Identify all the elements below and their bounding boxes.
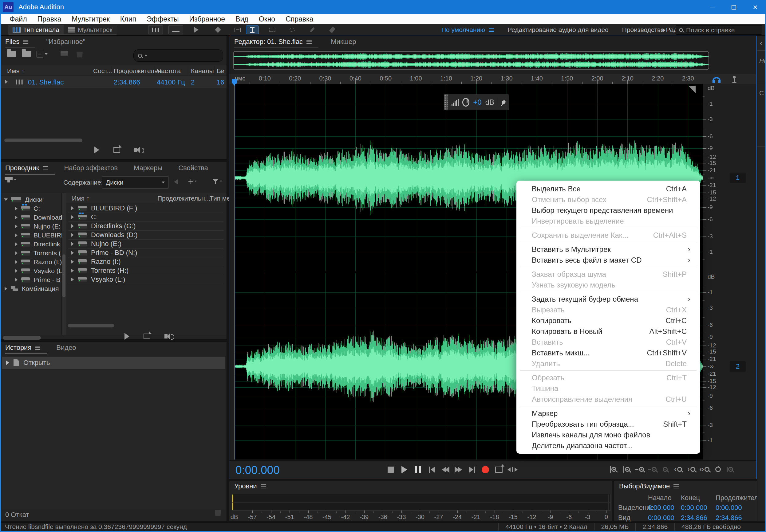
selection-value[interactable]: 2:34.866 <box>681 514 707 522</box>
selection-value[interactable]: 0:00.000 <box>716 504 742 512</box>
zoom-out-horizontal-button[interactable] <box>646 463 658 475</box>
tree-item-6[interactable]: Torrents ( <box>15 249 61 257</box>
auto-play-volume-icon[interactable] <box>134 148 137 152</box>
tab-levels[interactable]: Уровни <box>234 482 273 490</box>
overview-waveform[interactable] <box>234 52 709 69</box>
skip-to-end-button[interactable] <box>466 464 478 475</box>
drive-row-5[interactable]: Prime - BD (N:) <box>68 248 223 257</box>
record-button[interactable] <box>480 464 491 475</box>
zoom-in-horizontal-button[interactable] <box>634 463 646 475</box>
explorer-import-button[interactable] <box>5 177 17 182</box>
razor-tool-button[interactable] <box>211 25 224 34</box>
tree-item-1[interactable]: C: <box>15 205 40 212</box>
context-menu-item-13[interactable]: Задать текущий буфер обмена› <box>517 294 700 304</box>
chevron-right-icon[interactable] <box>71 206 74 210</box>
context-menu-item-2[interactable]: Выбор текущего представления времени <box>517 205 700 216</box>
tab-files[interactable]: Files <box>5 38 35 46</box>
selection-value[interactable]: 2:34.866 <box>716 514 742 522</box>
shuttle-button[interactable] <box>507 464 518 475</box>
context-menu-item-26[interactable]: Преобразовать тип образца...Shift+T <box>517 419 700 429</box>
chevron-right-icon[interactable] <box>71 260 74 264</box>
gain-hud[interactable]: +0 dB <box>444 94 509 110</box>
pause-button[interactable] <box>412 464 424 475</box>
minimize-button[interactable] <box>701 0 723 14</box>
panel-menu-icon[interactable] <box>35 346 40 350</box>
explorer-splitter[interactable] <box>62 193 66 335</box>
file-row[interactable]: 01. She.flac 2:34.866 44100 Гц 2 16 <box>0 76 226 88</box>
tree-item-10[interactable]: Комбинация <box>5 285 59 292</box>
workspace-1[interactable]: Редактирование аудио для видео <box>508 26 609 33</box>
tab-explorer-3[interactable]: Свойства <box>178 164 215 172</box>
tree-v-scrollbar[interactable] <box>62 254 65 297</box>
loop-playback-icon[interactable] <box>143 334 150 339</box>
preview-play-icon[interactable] <box>94 147 99 153</box>
preview-play-icon[interactable] <box>124 333 129 340</box>
gain-knob[interactable] <box>462 98 470 107</box>
panel-menu-icon[interactable] <box>23 40 28 44</box>
chevron-right-icon[interactable] <box>15 233 18 237</box>
tree-h-scrollbar[interactable] <box>3 336 41 340</box>
chevron-right-icon[interactable] <box>71 233 74 237</box>
drive-row-7[interactable]: Torrents (H:) <box>68 266 223 275</box>
channel-badge-2[interactable]: 2 <box>730 361 746 372</box>
tab-mixer[interactable]: Микшер <box>331 38 363 46</box>
files-h-scrollbar[interactable] <box>4 139 82 142</box>
tree-item-7[interactable]: Razno (I:) <box>15 258 62 266</box>
workspace-0[interactable]: По умолчанию <box>442 26 494 33</box>
expand-icon[interactable] <box>5 80 8 84</box>
insert-into-multitrack-button[interactable] <box>61 51 68 56</box>
context-menu-item-28[interactable]: Делитель диапазона частот... <box>517 440 700 451</box>
back-button[interactable] <box>174 179 178 184</box>
context-menu-item-8[interactable]: Вставить весь файл в макет CD› <box>517 255 700 265</box>
import-file-button[interactable] <box>22 51 31 57</box>
chevron-right-icon[interactable] <box>71 242 74 246</box>
chevron-right-icon[interactable] <box>15 251 18 255</box>
menu-item-4[interactable]: Эффекты <box>141 15 184 23</box>
tree-item-8[interactable]: Vsyako (L <box>15 267 62 275</box>
stop-button[interactable] <box>385 464 397 475</box>
files-column-1[interactable]: Сост... <box>93 67 112 75</box>
history-clear-button[interactable] <box>215 509 221 516</box>
skip-to-start-button[interactable] <box>426 464 438 475</box>
workspace-menu-icon[interactable] <box>489 28 494 32</box>
chevron-right-icon[interactable] <box>15 260 18 264</box>
waveform-view-button[interactable]: Тип сигнала <box>8 25 64 34</box>
lasso-tool-button[interactable] <box>286 25 299 34</box>
tab-explorer-0[interactable]: Проводник <box>5 164 55 172</box>
tree-item-2[interactable]: Download <box>15 214 62 221</box>
zoom-in-vertical-button[interactable] <box>607 463 619 475</box>
brush-tool-button[interactable] <box>306 25 319 34</box>
help-search-input[interactable]: Поиск в справке <box>676 25 762 35</box>
spectral-display-button[interactable] <box>168 25 183 34</box>
selection-value[interactable]: 0:00.000 <box>648 514 674 522</box>
workspace-overflow-button[interactable]: » <box>661 25 665 35</box>
drive-row-2[interactable]: Directlinks (G:) <box>68 222 223 231</box>
channel-badge-1[interactable]: 1 <box>730 173 746 183</box>
menu-item-2[interactable]: Мультитрек <box>66 15 115 23</box>
overview-strip[interactable] <box>233 51 709 70</box>
delete-file-button[interactable] <box>77 51 83 57</box>
drive-column-1[interactable]: Продолжительн... <box>157 195 210 202</box>
close-button[interactable]: × <box>744 0 766 14</box>
files-column-0[interactable]: Имя ↑ <box>7 67 25 75</box>
drive-row-8[interactable]: Vsyako (L:) <box>68 275 223 284</box>
tree-item-4[interactable]: BLUEBIRD <box>15 232 66 239</box>
selection-value[interactable]: 0:00.000 <box>648 504 674 512</box>
history-item-open[interactable]: Открыть <box>2 357 225 369</box>
add-shortcut-button[interactable] <box>188 179 197 184</box>
pin-icon[interactable] <box>501 100 507 105</box>
chevron-right-icon[interactable] <box>15 225 18 228</box>
files-search-input[interactable] <box>133 49 223 62</box>
auto-play-volume-icon[interactable] <box>164 334 167 338</box>
collapse-chevron-icon[interactable]: ‹ <box>760 39 762 47</box>
tab-selection[interactable]: Выбор/Видимое <box>619 482 686 490</box>
zoom-in-point-button[interactable]: ‹ <box>672 463 684 475</box>
new-content-button[interactable] <box>37 51 48 57</box>
time-selection-tool-button[interactable] <box>246 25 259 34</box>
chevron-right-icon[interactable] <box>15 278 18 282</box>
metronome-button[interactable] <box>730 75 738 84</box>
zoom-reset-button[interactable] <box>659 463 671 475</box>
context-menu-item-18[interactable]: Вставить микш...Ctrl+Shift+V <box>517 347 700 358</box>
menu-item-5[interactable]: Избранное <box>184 15 230 23</box>
tab-history-1[interactable]: Видео <box>56 344 83 352</box>
